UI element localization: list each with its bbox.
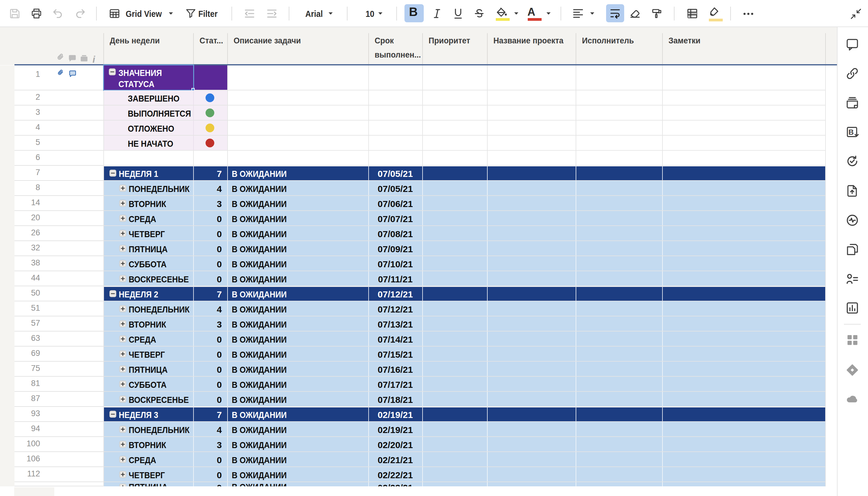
svg-text:B: B	[848, 128, 854, 136]
